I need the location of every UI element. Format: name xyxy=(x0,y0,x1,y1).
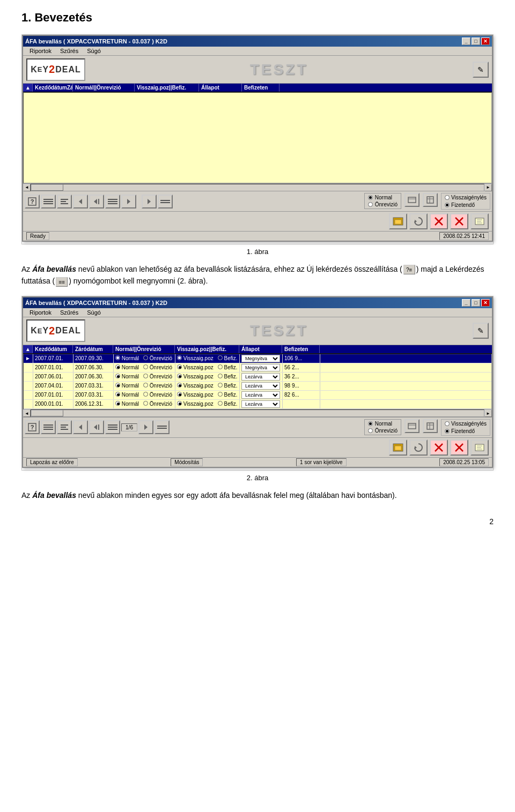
scroll-left-btn[interactable]: ◄ xyxy=(23,184,31,191)
action2-btn-edit[interactable] xyxy=(470,439,489,456)
td-icon xyxy=(24,391,33,399)
action-btn-cancel[interactable] xyxy=(450,213,468,229)
toolbar2-btn-next[interactable] xyxy=(138,420,153,434)
action2-btn-1[interactable] xyxy=(389,439,407,456)
toolbar-btn-lines3[interactable] xyxy=(105,195,120,208)
hscroll2-track[interactable] xyxy=(31,409,484,417)
toolbar2-btn-prev2[interactable] xyxy=(89,420,104,434)
radio2-normal[interactable] xyxy=(368,421,373,426)
toolbar2-btn-grid[interactable] xyxy=(154,420,170,434)
edit-icon-button[interactable]: ✎ xyxy=(473,62,489,78)
scroll2-right-btn[interactable]: ► xyxy=(484,409,492,417)
window1-statusbar: Ready 2008.02.25 12:41 xyxy=(23,231,492,241)
toolbar2-btn-action2[interactable] xyxy=(423,419,438,433)
radio2-vissza[interactable] xyxy=(445,421,450,426)
win2-minimize-button[interactable]: _ xyxy=(462,299,470,307)
table-row[interactable]: 2007.06.01. 2007.06.30. Normál Önrevizió… xyxy=(24,373,491,382)
svg-marker-28 xyxy=(144,424,148,430)
toolbar2-btn-action1[interactable] xyxy=(404,419,420,433)
action2-btn-refresh[interactable] xyxy=(409,439,428,456)
win2-maximize-button[interactable]: □ xyxy=(472,299,480,307)
radio-normal-row[interactable]: Normal xyxy=(368,195,398,200)
toolbar2-btn-prev[interactable] xyxy=(73,420,88,434)
toolbar-btn-grid[interactable] xyxy=(158,195,173,208)
allapot-select[interactable]: Megnyitva xyxy=(241,355,280,362)
toolbar-btn-action1[interactable] xyxy=(404,193,420,207)
toolbar2-btn-help[interactable]: ? xyxy=(25,420,40,434)
window2-data-area: ► 2007.07.01. 2007.09.30. Normál Önreviz… xyxy=(23,354,492,409)
table-row[interactable]: 2007.01.01. 2007.06.30. Normál Önrevizió… xyxy=(24,363,491,373)
action2-btn-delete[interactable] xyxy=(430,439,448,456)
allapot-select[interactable]: Megnyitva xyxy=(241,364,280,371)
radio2-onrev-row[interactable]: Önrevizió xyxy=(368,428,398,434)
table-row[interactable]: ► 2007.07.01. 2007.09.30. Normál Önreviz… xyxy=(24,354,491,363)
toolbar2-btn-list2[interactable] xyxy=(57,420,72,434)
toolbar2-btn-list1[interactable] xyxy=(41,420,56,434)
close-button[interactable]: ✕ xyxy=(481,38,490,45)
td-kezdo: 2007.06.01. xyxy=(33,373,73,381)
vissza2-radio-row[interactable]: Visszaigénylés xyxy=(445,421,487,427)
toolbar-btn-action2[interactable] xyxy=(423,193,438,207)
radio2-fizeten-label: Fizetendő xyxy=(451,428,475,434)
action2-btn-cancel[interactable] xyxy=(450,439,468,456)
menu-szures[interactable]: Szűrés xyxy=(56,47,83,55)
th-vissza: Visszaig.poz||Befiz. xyxy=(135,84,199,92)
statusbar-ready: Ready xyxy=(26,232,49,240)
toolbar-btn-list1[interactable] xyxy=(41,195,56,208)
vissza-radio-row[interactable]: Visszaigénylés xyxy=(445,195,487,200)
allapot-select[interactable]: Lezárva xyxy=(241,391,280,399)
th2-kezdo: Kezdődátum xyxy=(33,345,73,353)
scroll2-left-btn[interactable]: ◄ xyxy=(23,409,31,417)
window2-control-buttons[interactable]: _ □ ✕ xyxy=(462,299,490,307)
toolbar-btn-help[interactable]: ? xyxy=(25,195,40,208)
window2-scrollbar[interactable]: ◄ ► xyxy=(23,409,492,417)
teszt-label-2: TESZT xyxy=(250,322,308,339)
allapot-select[interactable]: Lezárva xyxy=(241,382,280,390)
toolbar2-btn-lines3[interactable] xyxy=(105,420,120,434)
radio-onrev-row[interactable]: Önrevizió xyxy=(368,202,398,207)
maximize-button[interactable]: □ xyxy=(472,38,480,45)
action-btn-edit[interactable] xyxy=(470,213,489,229)
td-vissza: Visszaig.poz Befiz. xyxy=(175,400,240,408)
toolbar-btn-prev[interactable] xyxy=(73,195,88,208)
window1-title: ÁFA bevallás ( XDPACCVATRETURN - 03.037 … xyxy=(25,38,167,44)
menu-riportok[interactable]: Riportok xyxy=(25,47,56,55)
win2-close-button[interactable]: ✕ xyxy=(481,299,490,307)
window1-scrollbar[interactable]: ◄ ► xyxy=(23,183,492,191)
menu-sugo[interactable]: Súgó xyxy=(83,47,105,55)
fizeten-radio-row[interactable]: Fizetendő xyxy=(445,202,487,208)
edit-icon-button-2[interactable]: ✎ xyxy=(473,323,489,339)
toolbar-btn-prev2[interactable] xyxy=(89,195,104,208)
toolbar-btn-arrow[interactable] xyxy=(121,195,136,208)
radio-fizeten[interactable] xyxy=(445,203,450,207)
table-row[interactable]: 2000.01.01. 2006.12.31. Normál Önrevizió… xyxy=(24,400,491,409)
table-row[interactable]: 2007.04.01. 2007.03.31. Normál Önrevizió… xyxy=(24,382,491,391)
radio2-normal-row[interactable]: Normal xyxy=(368,421,398,427)
radio2-fizeten[interactable] xyxy=(445,429,450,434)
radio2-onrevizio[interactable] xyxy=(368,428,373,433)
toolbar-btn-next[interactable] xyxy=(142,195,157,208)
scroll-right-btn[interactable]: ► xyxy=(484,184,492,191)
minimize-button[interactable]: _ xyxy=(462,38,470,45)
action-btn-refresh[interactable] xyxy=(409,213,428,229)
menu2-szures[interactable]: Szűrés xyxy=(56,309,83,316)
menu2-riportok[interactable]: Riportok xyxy=(25,309,56,316)
window1-control-buttons[interactable]: _ □ ✕ xyxy=(462,38,490,45)
hscroll2-thumb[interactable] xyxy=(31,410,63,416)
hscroll-thumb[interactable] xyxy=(31,184,63,191)
svg-text:?: ? xyxy=(31,424,34,430)
allapot-select[interactable]: Lezárva xyxy=(241,373,280,381)
toolbar-btn-list2[interactable] xyxy=(57,195,72,208)
radio-onrevizio[interactable] xyxy=(368,202,373,207)
hscroll-track[interactable] xyxy=(31,184,484,191)
action-btn-1[interactable] xyxy=(389,213,407,229)
svg-marker-25 xyxy=(79,424,82,430)
allapot-select[interactable]: Lezárva xyxy=(241,400,280,408)
table-row[interactable]: 2007.01.01. 2007.03.31. Normál Önrevizió… xyxy=(24,391,491,400)
menu2-sugo[interactable]: Súgó xyxy=(83,309,105,316)
radio-normal[interactable] xyxy=(368,195,373,200)
logo-y: Y xyxy=(42,65,49,75)
radio-vissza[interactable] xyxy=(445,195,450,200)
fizeten2-radio-row[interactable]: Fizetendő xyxy=(445,428,487,434)
action-btn-delete[interactable] xyxy=(430,213,448,229)
